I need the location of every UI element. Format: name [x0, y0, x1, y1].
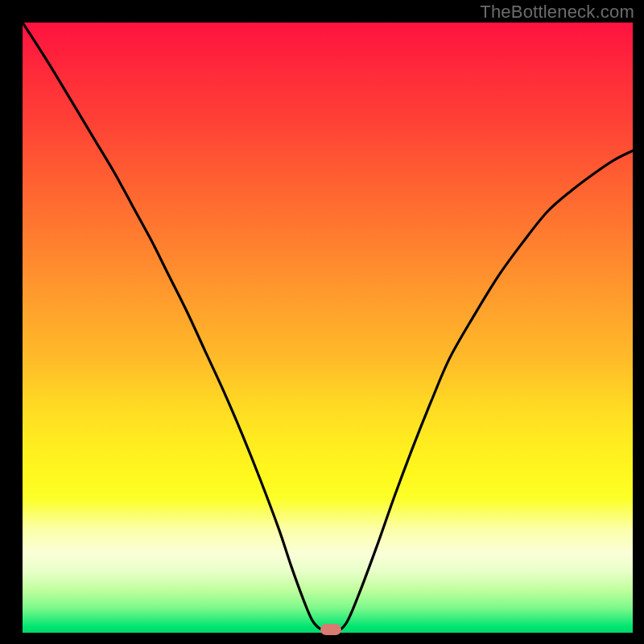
curve-path: [23, 23, 633, 633]
watermark-text: TheBottleneck.com: [480, 2, 634, 23]
bottleneck-curve: [23, 23, 633, 633]
plot-area: [23, 23, 633, 633]
chart-frame: TheBottleneck.com: [0, 0, 644, 644]
optimal-marker: [320, 624, 341, 635]
